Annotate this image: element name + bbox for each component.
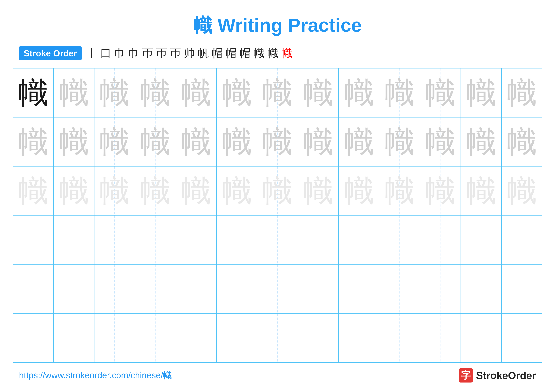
grid-cell-2-11[interactable]: 幟 xyxy=(461,166,501,215)
grid-row-1: 幟幟幟幟幟幟幟幟幟幟幟幟幟 xyxy=(13,117,542,166)
grid-cell-0-2[interactable]: 幟 xyxy=(94,68,135,117)
grid-cell-4-5[interactable] xyxy=(216,264,257,314)
grid-cell-1-11[interactable]: 幟 xyxy=(461,117,501,166)
grid-cell-0-8[interactable]: 幟 xyxy=(339,68,379,117)
grid-cell-2-6[interactable]: 幟 xyxy=(257,166,298,215)
char-display: 幟 xyxy=(466,78,496,108)
grid-cell-3-9[interactable] xyxy=(379,215,420,264)
grid-cell-1-12[interactable]: 幟 xyxy=(502,117,542,166)
grid-cell-4-1[interactable] xyxy=(53,264,94,314)
grid-cell-1-9[interactable]: 幟 xyxy=(379,117,420,166)
grid-cell-0-0[interactable]: 幟 xyxy=(13,68,53,117)
grid-cell-5-2[interactable] xyxy=(94,314,135,363)
stroke-step-7: 帅 xyxy=(184,48,195,59)
char-display: 幟 xyxy=(385,78,415,108)
stroke-step-4: 帀 xyxy=(142,48,153,59)
grid-cell-1-2[interactable]: 幟 xyxy=(94,117,135,166)
stroke-step-5: 帀 xyxy=(156,48,167,59)
grid-cell-1-7[interactable]: 幟 xyxy=(298,117,339,166)
char-display: 幟 xyxy=(140,127,170,157)
grid-cell-0-12[interactable]: 幟 xyxy=(502,68,542,117)
grid-cell-5-8[interactable] xyxy=(339,314,379,363)
grid-cell-3-8[interactable] xyxy=(339,215,379,264)
char-display: 幟 xyxy=(344,127,374,157)
grid-cell-1-1[interactable]: 幟 xyxy=(53,117,94,166)
grid-cell-4-2[interactable] xyxy=(94,264,135,314)
grid-cell-5-3[interactable] xyxy=(135,314,175,363)
grid-cell-5-5[interactable] xyxy=(216,314,257,363)
char-display: 幟 xyxy=(303,127,333,157)
grid-cell-1-10[interactable]: 幟 xyxy=(420,117,461,166)
char-display: 幟 xyxy=(140,78,170,108)
grid-cell-3-0[interactable] xyxy=(13,215,53,264)
grid-cell-4-7[interactable] xyxy=(298,264,339,314)
grid-cell-2-0[interactable]: 幟 xyxy=(13,166,53,215)
char-display: 幟 xyxy=(507,127,537,157)
char-display: 幟 xyxy=(263,127,292,157)
grid-cell-0-5[interactable]: 幟 xyxy=(216,68,257,117)
grid-cell-0-9[interactable]: 幟 xyxy=(379,68,420,117)
grid-cell-2-1[interactable]: 幟 xyxy=(53,166,94,215)
grid-cell-4-12[interactable] xyxy=(502,264,542,314)
char-display: 幟 xyxy=(303,78,333,108)
grid-cell-4-0[interactable] xyxy=(13,264,53,314)
grid-cell-0-4[interactable]: 幟 xyxy=(176,68,216,117)
grid-cell-0-6[interactable]: 幟 xyxy=(257,68,298,117)
grid-cell-3-10[interactable] xyxy=(420,215,461,264)
grid-cell-3-2[interactable] xyxy=(94,215,135,264)
grid-cell-0-1[interactable]: 幟 xyxy=(53,68,94,117)
char-display: 幟 xyxy=(507,176,537,206)
grid-cell-2-12[interactable]: 幟 xyxy=(502,166,542,215)
grid-cell-4-4[interactable] xyxy=(176,264,216,314)
char-display: 幟 xyxy=(100,176,130,206)
grid-cell-5-7[interactable] xyxy=(298,314,339,363)
char-display: 幟 xyxy=(181,127,211,157)
grid-cell-0-10[interactable]: 幟 xyxy=(420,68,461,117)
grid-cell-5-1[interactable] xyxy=(53,314,94,363)
grid-cell-4-3[interactable] xyxy=(135,264,175,314)
char-display: 幟 xyxy=(344,78,374,108)
grid-cell-4-6[interactable] xyxy=(257,264,298,314)
grid-cell-3-3[interactable] xyxy=(135,215,175,264)
grid-cell-1-8[interactable]: 幟 xyxy=(339,117,379,166)
grid-cell-2-5[interactable]: 幟 xyxy=(216,166,257,215)
grid-cell-3-7[interactable] xyxy=(298,215,339,264)
grid-cell-2-8[interactable]: 幟 xyxy=(339,166,379,215)
grid-cell-4-9[interactable] xyxy=(379,264,420,314)
grid-cell-2-10[interactable]: 幟 xyxy=(420,166,461,215)
grid-cell-1-4[interactable]: 幟 xyxy=(176,117,216,166)
grid-cell-2-7[interactable]: 幟 xyxy=(298,166,339,215)
grid-cell-4-11[interactable] xyxy=(461,264,501,314)
grid-cell-1-0[interactable]: 幟 xyxy=(13,117,53,166)
grid-cell-0-3[interactable]: 幟 xyxy=(135,68,175,117)
grid-cell-3-4[interactable] xyxy=(176,215,216,264)
grid-cell-1-5[interactable]: 幟 xyxy=(216,117,257,166)
grid-cell-0-7[interactable]: 幟 xyxy=(298,68,339,117)
char-display: 幟 xyxy=(385,127,415,157)
grid-cell-3-5[interactable] xyxy=(216,215,257,264)
grid-cell-2-9[interactable]: 幟 xyxy=(379,166,420,215)
grid-cell-4-10[interactable] xyxy=(420,264,461,314)
grid-cell-5-9[interactable] xyxy=(379,314,420,363)
stroke-step-14: 幟 xyxy=(281,48,292,59)
grid-cell-3-1[interactable] xyxy=(53,215,94,264)
grid-cell-5-0[interactable] xyxy=(13,314,53,363)
grid-cell-1-6[interactable]: 幟 xyxy=(257,117,298,166)
grid-cell-4-8[interactable] xyxy=(339,264,379,314)
grid-cell-2-3[interactable]: 幟 xyxy=(135,166,175,215)
grid-cell-2-4[interactable]: 幟 xyxy=(176,166,216,215)
grid-cell-5-4[interactable] xyxy=(176,314,216,363)
grid-cell-5-11[interactable] xyxy=(461,314,501,363)
grid-cell-5-12[interactable] xyxy=(502,314,542,363)
grid-cell-3-11[interactable] xyxy=(461,215,501,264)
grid-cell-0-11[interactable]: 幟 xyxy=(461,68,501,117)
title: 幟 Writing Practice xyxy=(0,0,555,38)
grid-cell-2-2[interactable]: 幟 xyxy=(94,166,135,215)
grid-cell-1-3[interactable]: 幟 xyxy=(135,117,175,166)
logo-icon: 字 xyxy=(459,368,473,383)
grid-cell-5-6[interactable] xyxy=(257,314,298,363)
grid-cell-5-10[interactable] xyxy=(420,314,461,363)
grid-cell-3-12[interactable] xyxy=(502,215,542,264)
grid-cell-3-6[interactable] xyxy=(257,215,298,264)
footer-url[interactable]: https://www.strokeorder.com/chinese/幟 xyxy=(19,370,172,381)
